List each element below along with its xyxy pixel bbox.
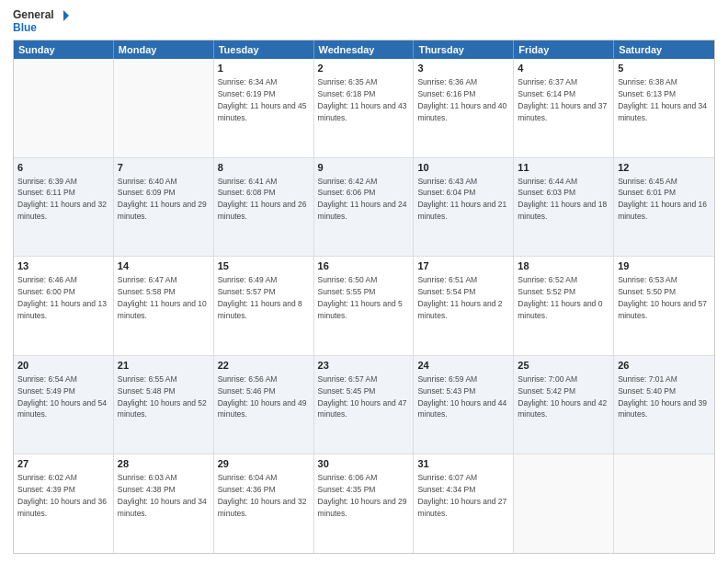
day-number: 21 xyxy=(118,359,210,373)
day-number: 25 xyxy=(518,359,609,373)
header-day-tuesday: Tuesday xyxy=(214,40,314,59)
day-info: Sunrise: 6:43 AM Sunset: 6:04 PM Dayligh… xyxy=(417,177,506,222)
header-day-monday: Monday xyxy=(114,40,214,59)
day-info: Sunrise: 6:37 AM Sunset: 6:14 PM Dayligh… xyxy=(518,77,607,122)
day-cell-17: 17Sunrise: 6:51 AM Sunset: 5:54 PM Dayli… xyxy=(414,257,514,355)
day-number: 22 xyxy=(218,359,310,373)
day-cell-12: 12Sunrise: 6:45 AM Sunset: 6:01 PM Dayli… xyxy=(614,158,714,257)
day-cell-26: 26Sunrise: 7:01 AM Sunset: 5:40 PM Dayli… xyxy=(614,356,714,454)
day-number: 14 xyxy=(118,259,210,273)
day-number: 26 xyxy=(618,359,711,373)
day-number: 3 xyxy=(417,62,509,75)
day-number: 4 xyxy=(518,62,609,75)
day-number: 20 xyxy=(17,359,109,373)
day-info: Sunrise: 6:49 AM Sunset: 5:57 PM Dayligh… xyxy=(218,275,302,320)
day-number: 8 xyxy=(218,161,310,175)
day-number: 2 xyxy=(318,62,410,75)
day-cell-18: 18Sunrise: 6:52 AM Sunset: 5:52 PM Dayli… xyxy=(514,257,614,355)
header-day-thursday: Thursday xyxy=(414,40,514,59)
day-number: 7 xyxy=(118,161,210,175)
calendar-row-1: 6Sunrise: 6:39 AM Sunset: 6:11 PM Daylig… xyxy=(14,158,714,258)
day-info: Sunrise: 6:04 AM Sunset: 4:36 PM Dayligh… xyxy=(218,473,307,518)
calendar-row-3: 20Sunrise: 6:54 AM Sunset: 5:49 PM Dayli… xyxy=(14,356,714,455)
day-info: Sunrise: 6:35 AM Sunset: 6:18 PM Dayligh… xyxy=(318,77,407,122)
day-number: 10 xyxy=(417,161,509,175)
calendar-row-2: 13Sunrise: 6:46 AM Sunset: 6:00 PM Dayli… xyxy=(14,257,714,356)
header-day-saturday: Saturday xyxy=(614,40,714,59)
day-cell-15: 15Sunrise: 6:49 AM Sunset: 5:57 PM Dayli… xyxy=(214,257,314,355)
day-info: Sunrise: 6:38 AM Sunset: 6:13 PM Dayligh… xyxy=(618,77,707,122)
day-info: Sunrise: 6:02 AM Sunset: 4:39 PM Dayligh… xyxy=(17,473,107,518)
day-info: Sunrise: 6:39 AM Sunset: 6:11 PM Dayligh… xyxy=(17,177,107,222)
day-info: Sunrise: 6:45 AM Sunset: 6:01 PM Dayligh… xyxy=(618,177,707,222)
day-cell-28: 28Sunrise: 6:03 AM Sunset: 4:38 PM Dayli… xyxy=(114,454,214,553)
logo: General Blue xyxy=(13,9,69,34)
header: General Blue xyxy=(13,9,715,34)
day-number: 15 xyxy=(218,259,310,273)
day-cell-20: 20Sunrise: 6:54 AM Sunset: 5:49 PM Dayli… xyxy=(14,356,114,454)
day-cell-30: 30Sunrise: 6:06 AM Sunset: 4:35 PM Dayli… xyxy=(314,454,415,553)
logo-general: General xyxy=(13,9,69,22)
day-number: 18 xyxy=(518,259,609,273)
day-number: 19 xyxy=(618,259,711,273)
day-cell-11: 11Sunrise: 6:44 AM Sunset: 6:03 PM Dayli… xyxy=(514,158,614,257)
day-info: Sunrise: 6:57 AM Sunset: 5:45 PM Dayligh… xyxy=(318,374,407,419)
empty-cell xyxy=(114,59,214,157)
day-info: Sunrise: 6:55 AM Sunset: 5:48 PM Dayligh… xyxy=(118,374,207,419)
day-info: Sunrise: 6:36 AM Sunset: 6:16 PM Dayligh… xyxy=(417,77,506,122)
day-cell-6: 6Sunrise: 6:39 AM Sunset: 6:11 PM Daylig… xyxy=(14,158,114,257)
header-day-friday: Friday xyxy=(514,40,614,59)
day-cell-29: 29Sunrise: 6:04 AM Sunset: 4:36 PM Dayli… xyxy=(214,454,314,553)
day-cell-2: 2Sunrise: 6:35 AM Sunset: 6:18 PM Daylig… xyxy=(314,59,415,157)
calendar-row-4: 27Sunrise: 6:02 AM Sunset: 4:39 PM Dayli… xyxy=(14,454,714,553)
day-info: Sunrise: 7:01 AM Sunset: 5:40 PM Dayligh… xyxy=(618,374,707,419)
day-cell-24: 24Sunrise: 6:59 AM Sunset: 5:43 PM Dayli… xyxy=(414,356,514,454)
calendar-body: 1Sunrise: 6:34 AM Sunset: 6:19 PM Daylig… xyxy=(14,59,714,553)
day-number: 28 xyxy=(118,457,210,471)
day-info: Sunrise: 7:00 AM Sunset: 5:42 PM Dayligh… xyxy=(518,374,607,419)
calendar: SundayMondayTuesdayWednesdayThursdayFrid… xyxy=(13,40,715,554)
header-day-sunday: Sunday xyxy=(14,40,114,59)
calendar-row-0: 1Sunrise: 6:34 AM Sunset: 6:19 PM Daylig… xyxy=(14,59,714,158)
empty-cell xyxy=(14,59,114,157)
day-info: Sunrise: 6:50 AM Sunset: 5:55 PM Dayligh… xyxy=(318,275,403,320)
day-cell-9: 9Sunrise: 6:42 AM Sunset: 6:06 PM Daylig… xyxy=(314,158,415,257)
header-day-wednesday: Wednesday xyxy=(314,40,415,59)
day-info: Sunrise: 6:40 AM Sunset: 6:09 PM Dayligh… xyxy=(118,177,207,222)
day-number: 16 xyxy=(318,259,410,273)
page: General Blue SundayMondayTuesdayWednesda… xyxy=(0,0,728,563)
day-info: Sunrise: 6:06 AM Sunset: 4:35 PM Dayligh… xyxy=(318,473,407,518)
day-number: 30 xyxy=(318,457,410,471)
empty-cell xyxy=(614,454,714,553)
day-cell-5: 5Sunrise: 6:38 AM Sunset: 6:13 PM Daylig… xyxy=(614,59,714,157)
day-cell-25: 25Sunrise: 7:00 AM Sunset: 5:42 PM Dayli… xyxy=(514,356,614,454)
day-number: 5 xyxy=(618,62,711,75)
day-cell-19: 19Sunrise: 6:53 AM Sunset: 5:50 PM Dayli… xyxy=(614,257,714,355)
day-cell-16: 16Sunrise: 6:50 AM Sunset: 5:55 PM Dayli… xyxy=(314,257,415,355)
day-cell-14: 14Sunrise: 6:47 AM Sunset: 5:58 PM Dayli… xyxy=(114,257,214,355)
day-info: Sunrise: 6:56 AM Sunset: 5:46 PM Dayligh… xyxy=(218,374,307,419)
day-cell-10: 10Sunrise: 6:43 AM Sunset: 6:04 PM Dayli… xyxy=(414,158,514,257)
day-number: 12 xyxy=(618,161,711,175)
day-cell-3: 3Sunrise: 6:36 AM Sunset: 6:16 PM Daylig… xyxy=(414,59,514,157)
day-cell-22: 22Sunrise: 6:56 AM Sunset: 5:46 PM Dayli… xyxy=(214,356,314,454)
day-cell-4: 4Sunrise: 6:37 AM Sunset: 6:14 PM Daylig… xyxy=(514,59,614,157)
logo-blue: Blue xyxy=(13,22,69,34)
day-cell-27: 27Sunrise: 6:02 AM Sunset: 4:39 PM Dayli… xyxy=(14,454,114,553)
day-cell-1: 1Sunrise: 6:34 AM Sunset: 6:19 PM Daylig… xyxy=(214,59,314,157)
day-info: Sunrise: 6:47 AM Sunset: 5:58 PM Dayligh… xyxy=(118,275,207,320)
day-number: 17 xyxy=(417,259,509,273)
calendar-header: SundayMondayTuesdayWednesdayThursdayFrid… xyxy=(14,40,714,59)
day-info: Sunrise: 6:42 AM Sunset: 6:06 PM Dayligh… xyxy=(318,177,407,222)
day-info: Sunrise: 6:44 AM Sunset: 6:03 PM Dayligh… xyxy=(518,177,607,222)
day-cell-7: 7Sunrise: 6:40 AM Sunset: 6:09 PM Daylig… xyxy=(114,158,214,257)
day-info: Sunrise: 6:52 AM Sunset: 5:52 PM Dayligh… xyxy=(518,275,602,320)
day-number: 29 xyxy=(218,457,310,471)
day-number: 24 xyxy=(417,359,509,373)
day-number: 9 xyxy=(318,161,410,175)
day-info: Sunrise: 6:34 AM Sunset: 6:19 PM Dayligh… xyxy=(218,77,307,122)
day-number: 6 xyxy=(17,161,109,175)
day-info: Sunrise: 6:53 AM Sunset: 5:50 PM Dayligh… xyxy=(618,275,707,320)
svg-marker-0 xyxy=(63,10,69,21)
day-cell-23: 23Sunrise: 6:57 AM Sunset: 5:45 PM Dayli… xyxy=(314,356,415,454)
